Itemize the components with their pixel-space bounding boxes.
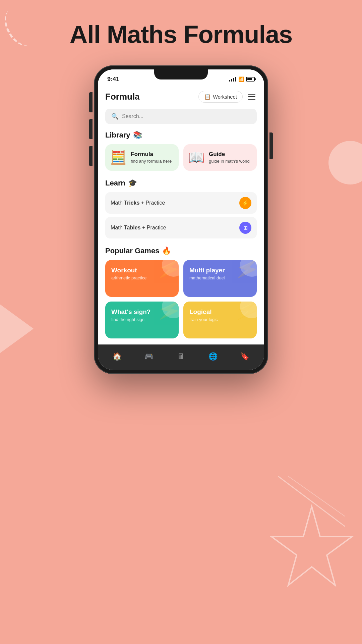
multiplayer-desc: mathematical duel [189,275,251,280]
formula-card-title: Formula [131,151,172,158]
app-header: Formula 📋 Worksheet [98,86,264,107]
learn-tables-icon: ⊞ [239,222,251,234]
game-card-multiplayer[interactable]: Multi player mathematical duel [183,260,257,297]
bg-lines-decoration [278,476,345,527]
calculator-icon: 🖩 [177,352,185,361]
nav-item-bookmark[interactable]: 🔖 [237,349,252,364]
popular-games-title: Popular Games 🔥 [105,247,257,255]
svg-line-2 [288,476,345,517]
game-card-logical[interactable]: Logical train your logic [183,302,257,338]
logical-desc: train your logic [189,317,251,322]
library-emoji: 📚 [133,131,142,140]
learn-emoji: 🎓 [128,179,137,187]
home-icon: 🏠 [113,352,122,361]
guide-card-title: Guide [209,151,250,158]
game-card-workout[interactable]: Workout arithmetic practice [105,260,179,297]
nav-item-globe[interactable]: 🌐 [205,349,220,364]
search-bar[interactable]: 🔍 [105,109,257,124]
library-cards: 🧮 Formula find any formula here 📖 Guide [105,144,257,171]
learn-tables-text: Math Tables + Practice [111,225,166,231]
game-card-decoration [240,302,257,318]
hamburger-menu-button[interactable] [247,93,257,101]
globe-icon: 🌐 [208,352,218,361]
battery-icon [246,77,255,82]
nav-item-home[interactable]: 🏠 [110,349,125,364]
game-card-decoration [162,302,179,318]
guide-card-icon: 📖 [188,150,205,165]
phone-frame: 9:41 📶 Form [94,65,268,374]
formula-card-desc: find any formula here [131,159,172,164]
game-card-whats-sign[interactable]: What's sign? find the right sign [105,302,179,338]
hamburger-line-3 [248,99,255,100]
header-right: 📋 Worksheet [198,91,257,103]
worksheet-icon: 📋 [204,94,211,100]
bookmark-icon: 🔖 [240,352,249,361]
game-card-decoration [240,260,257,277]
app-logo: Formula [105,92,140,102]
nav-item-games[interactable]: 🎮 [142,349,157,364]
status-time: 9:41 [107,76,119,83]
library-section: Library 📚 🧮 Formula find any formula her… [98,129,264,171]
games-grid: Workout arithmetic practice Multi player… [105,260,257,338]
learn-tricks-text: Math Tricks + Practice [111,200,165,206]
app-content: Formula 📋 Worksheet [98,86,264,338]
guide-card-desc: guide in math's world [209,159,250,164]
hamburger-line-2 [248,96,255,97]
learn-row-tables[interactable]: Math Tables + Practice ⊞ [105,217,257,238]
formula-card[interactable]: 🧮 Formula find any formula here [105,144,179,171]
popular-games-section: Popular Games 🔥 Workout arithmetic pract… [98,245,264,338]
learn-tricks-icon: ⚡ [239,197,251,209]
worksheet-button[interactable]: 📋 Worksheet [198,91,243,103]
learn-section-title: Learn 🎓 [105,179,257,187]
games-icon: 🎮 [144,352,154,361]
page-title: All Maths Formulas [0,0,362,65]
phone-notch [154,69,208,79]
learn-section: Learn 🎓 Math Tricks + Practice ⚡ [98,177,264,238]
search-container: 🔍 [98,107,264,129]
phone-screen: 9:41 📶 Form [98,69,264,370]
svg-line-1 [278,476,345,527]
phone-container: 9:41 📶 Form [0,65,362,401]
guide-card[interactable]: 📖 Guide guide in math's world [183,144,257,171]
workout-desc: arithmetic practice [111,275,173,280]
popular-games-emoji: 🔥 [162,247,171,255]
formula-card-icon: 🧮 [110,150,127,165]
learn-row-tricks[interactable]: Math Tricks + Practice ⚡ [105,192,257,214]
whats-sign-desc: find the right sign [111,317,173,322]
search-input[interactable] [122,113,251,119]
library-section-title: Library 📚 [105,131,257,140]
formula-card-text: Formula find any formula here [131,151,172,164]
game-card-decoration [162,260,179,277]
search-icon: 🔍 [111,113,119,120]
status-icons: 📶 [229,76,255,82]
worksheet-label: Worksheet [213,94,237,100]
signal-icon [229,77,236,82]
guide-card-text: Guide guide in math's world [209,151,250,164]
bottom-nav: 🏠 🎮 🖩 🌐 🔖 [98,344,264,370]
hamburger-line-1 [248,94,255,95]
nav-item-calculator[interactable]: 🖩 [174,349,188,364]
wifi-icon: 📶 [238,76,244,82]
learn-rows: Math Tricks + Practice ⚡ Math Tables + P… [105,192,257,238]
